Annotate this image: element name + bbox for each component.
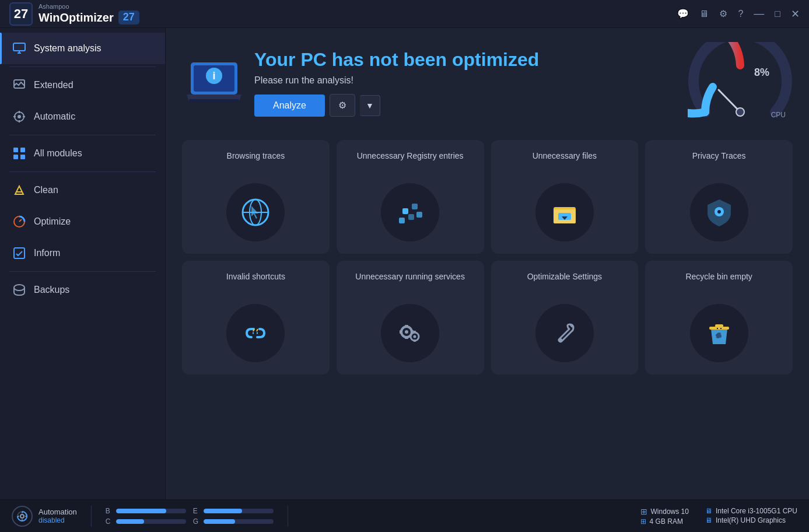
gpu-icon: 🖥 bbox=[705, 516, 712, 524]
sidebar-item-clean[interactable]: Clean bbox=[0, 174, 165, 206]
sidebar-label-automatic: Automatic bbox=[34, 111, 75, 122]
backup-icon bbox=[12, 282, 27, 298]
svg-rect-10 bbox=[13, 148, 18, 152]
svg-rect-49 bbox=[405, 325, 408, 327]
automation-text: Automation disabled bbox=[38, 508, 77, 524]
sysinfo-gpu-text: Intel(R) UHD Graphics bbox=[716, 516, 786, 524]
clean-icon bbox=[12, 183, 27, 198]
titlebar-left: 27 Ashampoo WinOptimizer 27 bbox=[9, 2, 139, 26]
module-title-services: Unnecessary running services bbox=[355, 271, 465, 295]
svg-rect-23 bbox=[189, 99, 239, 103]
header-buttons: Analyze ⚙ ▼ bbox=[254, 94, 539, 117]
header-info: Your PC has not been optimized Please ru… bbox=[254, 49, 539, 117]
module-shortcuts[interactable]: Invalid shortcuts bbox=[182, 261, 330, 374]
automation-label: Automation bbox=[38, 508, 77, 516]
dropdown-button[interactable]: ▼ bbox=[360, 95, 380, 116]
module-icon-circle-shortcuts bbox=[226, 304, 285, 362]
automation-value: disabled bbox=[38, 516, 77, 524]
settings-button[interactable]: ⚙ bbox=[330, 94, 355, 117]
svg-rect-32 bbox=[399, 218, 405, 223]
divider-4 bbox=[9, 271, 156, 272]
bar-g-fill bbox=[204, 519, 235, 524]
module-recycle[interactable]: Recycle bin empty bbox=[645, 261, 793, 374]
sysinfo-ram-row: ⊞ 4 GB RAM bbox=[640, 517, 689, 526]
header-subtitle: Please run the analysis! bbox=[254, 75, 539, 86]
drive-bars: B C E G bbox=[106, 507, 274, 526]
sidebar-item-extended[interactable]: Extended bbox=[0, 69, 165, 101]
sidebar-label-inform: Inform bbox=[34, 248, 60, 258]
svg-text:i: i bbox=[212, 70, 215, 82]
app-title: Ashampoo WinOptimizer 27 bbox=[38, 3, 139, 24]
grid-icon bbox=[12, 146, 27, 161]
optimize-icon bbox=[12, 214, 27, 229]
minimize-button[interactable]: — bbox=[754, 8, 764, 20]
sysinfo-windows-row: ⊞ Windows 10 bbox=[640, 507, 689, 516]
monitor-icon[interactable]: 🖥 bbox=[699, 9, 709, 19]
module-icon-circle-registry bbox=[381, 183, 439, 242]
svg-rect-34 bbox=[416, 212, 422, 218]
status-divider-1 bbox=[91, 506, 92, 527]
svg-rect-30 bbox=[402, 208, 408, 214]
bar-b-fill bbox=[116, 509, 166, 513]
gear-icon[interactable]: ⚙ bbox=[719, 8, 727, 19]
help-icon[interactable]: ? bbox=[738, 9, 743, 19]
module-settings[interactable]: Optimizable Settings bbox=[491, 261, 639, 374]
cpu-gauge: 8% CPU bbox=[688, 42, 793, 124]
svg-line-16 bbox=[19, 219, 22, 222]
sidebar-item-all-modules[interactable]: All modules bbox=[0, 138, 165, 169]
sidebar-item-system-analysis[interactable]: System analysis bbox=[0, 33, 165, 64]
bar-e: E bbox=[193, 507, 274, 515]
automation-icon bbox=[12, 506, 33, 527]
svg-rect-31 bbox=[412, 204, 418, 209]
svg-point-18 bbox=[14, 285, 24, 290]
module-icon-circle-recycle bbox=[690, 304, 748, 362]
sidebar-item-backups[interactable]: Backups bbox=[0, 274, 165, 306]
module-title-settings: Optimizable Settings bbox=[527, 271, 602, 295]
cpu-icon: 🖥 bbox=[705, 507, 712, 515]
maximize-button[interactable]: □ bbox=[775, 9, 780, 19]
module-title-recycle: Recycle bin empty bbox=[685, 271, 752, 295]
module-title-privacy: Privacy Traces bbox=[692, 150, 746, 174]
svg-rect-11 bbox=[20, 148, 25, 152]
module-icon-circle-services bbox=[381, 304, 439, 362]
inform-icon bbox=[12, 246, 27, 261]
svg-point-55 bbox=[559, 338, 562, 342]
gauge-percent: 8% bbox=[754, 66, 769, 79]
sidebar-item-optimize[interactable]: Optimize bbox=[0, 206, 165, 237]
status-divider-2 bbox=[288, 506, 288, 527]
image-icon bbox=[12, 78, 27, 93]
divider-2 bbox=[9, 135, 156, 135]
module-icon-circle-privacy bbox=[690, 183, 748, 242]
bar-b-letter: B bbox=[106, 507, 113, 515]
sidebar-label-clean: Clean bbox=[34, 185, 58, 195]
module-title-registry: Unnecessary Registry entries bbox=[357, 150, 464, 174]
svg-rect-33 bbox=[408, 214, 414, 220]
module-title-browsing: Browsing traces bbox=[227, 150, 285, 174]
header-left: i Your PC has not been optimized Please … bbox=[182, 49, 539, 117]
sidebar-item-inform[interactable]: Inform bbox=[0, 237, 165, 269]
module-registry[interactable]: Unnecessary Registry entries bbox=[337, 140, 484, 254]
sysinfo-cpu-text: Intel Core i3-1005G1 CPU bbox=[716, 507, 797, 515]
analyze-button[interactable]: Analyze bbox=[254, 94, 325, 117]
app-brand: Ashampoo bbox=[38, 3, 139, 10]
modules-grid: Browsing traces Unnecessary Registry ent… bbox=[182, 140, 793, 374]
bar-b: B bbox=[106, 507, 186, 515]
bar-b-track bbox=[116, 509, 186, 513]
svg-rect-12 bbox=[13, 155, 18, 159]
sidebar-item-automatic[interactable]: Automatic bbox=[0, 101, 165, 132]
module-services[interactable]: Unnecessary running services bbox=[337, 261, 484, 374]
app-icon: 27 bbox=[9, 2, 33, 26]
close-button[interactable]: ✕ bbox=[791, 8, 800, 20]
module-privacy[interactable]: Privacy Traces bbox=[645, 140, 793, 254]
module-files[interactable]: Unnecessary files bbox=[491, 140, 639, 254]
svg-rect-0 bbox=[13, 43, 25, 51]
svg-line-44 bbox=[257, 329, 258, 331]
svg-point-5 bbox=[17, 115, 21, 118]
chat-icon[interactable]: 💬 bbox=[677, 8, 689, 19]
sidebar-label-extended: Extended bbox=[34, 80, 73, 90]
monitor-icon bbox=[12, 41, 27, 56]
gauge-label: CPU bbox=[771, 111, 786, 119]
svg-point-40 bbox=[717, 210, 721, 214]
svg-rect-50 bbox=[405, 337, 408, 339]
module-browsing-traces[interactable]: Browsing traces bbox=[182, 140, 330, 254]
